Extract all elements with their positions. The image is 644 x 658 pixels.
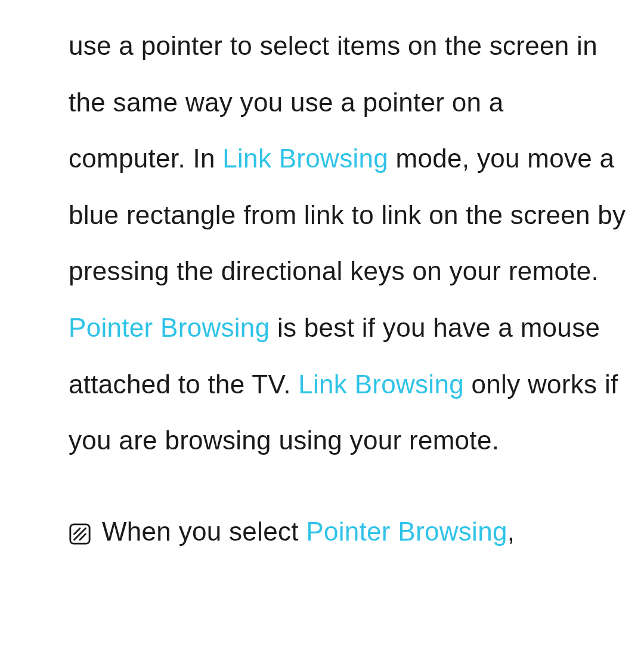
svg-line-2: [75, 528, 80, 534]
link-browsing-term: Link Browsing: [298, 370, 464, 399]
pointer-browsing-term: Pointer Browsing: [306, 517, 507, 546]
text-segment: When you select: [102, 517, 306, 546]
manual-content: use a pointer to select items on the scr…: [0, 0, 644, 560]
link-browsing-term: Link Browsing: [222, 144, 388, 173]
note-block: When you select Pointer Browsing,: [69, 504, 626, 560]
note-icon: [69, 523, 91, 545]
pointer-browsing-term: Pointer Browsing: [69, 313, 270, 342]
paragraph-browsing-modes: use a pointer to select items on the scr…: [69, 18, 626, 469]
svg-line-1: [75, 528, 86, 539]
svg-line-3: [80, 534, 86, 540]
text-segment: ,: [507, 517, 515, 546]
note-paragraph: When you select Pointer Browsing,: [102, 504, 515, 560]
